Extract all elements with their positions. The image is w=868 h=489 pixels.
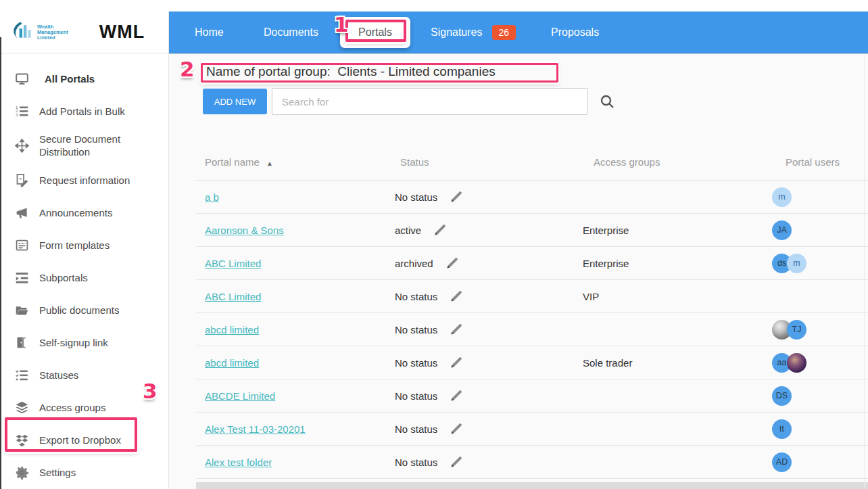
table-row: abcd limitedNo statusTJ: [196, 313, 868, 346]
sidebar-item-statuses[interactable]: Statuses: [0, 358, 168, 391]
edit-status-icon[interactable]: [433, 223, 447, 237]
status-cell: No status: [392, 190, 581, 204]
status-text: No status: [395, 357, 437, 369]
edit-status-icon[interactable]: [450, 190, 463, 204]
table-row: Alex test folderNo statusAD: [196, 446, 868, 479]
status-text: archived: [395, 258, 433, 269]
table-row: ABCDE LimitedNo statusDS: [196, 379, 868, 413]
document-edit-icon: [14, 172, 30, 188]
nav-item-label: Documents: [264, 26, 318, 39]
user-avatar[interactable]: AD: [772, 452, 792, 472]
user-avatar[interactable]: tt: [772, 419, 792, 439]
portal-name-link[interactable]: Alex test folder: [205, 457, 272, 468]
sidebar-item-announcements[interactable]: Announcements: [0, 196, 168, 229]
user-avatar[interactable]: JA: [772, 220, 792, 240]
sidebar-item-all-portals[interactable]: All Portals: [0, 62, 168, 95]
sidebar-item-label: All Portals: [39, 72, 95, 85]
sidebar-item-access-groups[interactable]: Access groups: [0, 391, 168, 423]
portal-name-link[interactable]: a b: [205, 191, 219, 203]
portal-name-link[interactable]: ABC Limited: [205, 291, 261, 302]
user-avatar[interactable]: m: [772, 187, 792, 207]
portal-name-cell: a b: [196, 191, 392, 203]
sidebar-item-settings[interactable]: Settings: [0, 456, 168, 488]
nav-item-signatures[interactable]: Signatures26: [431, 11, 516, 53]
dropbox-icon: [14, 432, 30, 448]
search-input[interactable]: [272, 88, 588, 115]
sidebar-item-add-portals-in-bulk[interactable]: 123Add Portals in Bulk: [0, 95, 168, 127]
sidebar-item-label: Request information: [39, 174, 130, 187]
wml-logo-icon: [11, 20, 33, 45]
edit-status-icon[interactable]: [445, 256, 459, 270]
add-new-button[interactable]: ADD NEW: [203, 89, 267, 114]
portal-name-link[interactable]: ABCDE Limited: [205, 390, 275, 402]
horizontal-scrollbar[interactable]: [196, 482, 868, 489]
status-cell: active: [392, 223, 581, 237]
portal-name-link[interactable]: ABC Limited: [205, 258, 261, 269]
column-header-status[interactable]: Status: [392, 156, 581, 168]
sidebar-item-secure-document-distribution[interactable]: Secure Document Distribution: [0, 127, 168, 164]
portal-users-cell: aa: [771, 353, 868, 373]
megaphone-icon: [14, 204, 30, 220]
portal-users-cell: TJ: [771, 320, 868, 340]
top-strip: [0, 0, 868, 11]
edit-status-icon[interactable]: [450, 422, 463, 436]
nav-item-proposals[interactable]: Proposals: [551, 11, 599, 53]
sidebar-item-label: Export to Dropbox: [39, 434, 121, 446]
nav-item-label: Home: [195, 26, 224, 39]
sidebar-item-self-signup-link[interactable]: Self-signup link: [0, 326, 168, 358]
portal-name-link[interactable]: Aaronson & Sons: [205, 225, 284, 236]
column-header-portal-name[interactable]: Portal name▲: [196, 156, 392, 168]
nav-item-portals[interactable]: Portals: [340, 17, 410, 48]
column-header-access-groups[interactable]: Access groups: [581, 156, 771, 168]
edit-status-icon[interactable]: [450, 289, 463, 303]
checklist-icon: [14, 367, 30, 383]
edit-status-icon[interactable]: [450, 389, 463, 402]
portal-name-cell: ABCDE Limited: [196, 390, 392, 402]
portal-name-cell: abcd limited: [196, 324, 392, 335]
sidebar-item-public-documents[interactable]: Public documents: [0, 294, 168, 326]
user-photo-avatar[interactable]: [787, 353, 806, 373]
user-avatar[interactable]: TJ: [787, 320, 806, 340]
portal-users-cell: DS: [771, 386, 868, 406]
portal-name-cell: abcd limited: [196, 357, 392, 369]
sidebar-item-form-templates[interactable]: Form templates: [0, 229, 168, 261]
edit-status-icon[interactable]: [450, 455, 463, 469]
column-header-portal-users[interactable]: Portal users: [771, 156, 868, 168]
nav-item-documents[interactable]: Documents: [264, 11, 318, 53]
status-cell: No status: [392, 289, 581, 303]
magnifier-icon[interactable]: [600, 94, 614, 109]
main-content: Name of portal group: Clients - Limited …: [169, 53, 868, 489]
sidebar-item-label: Secure Document Distribution: [39, 133, 159, 158]
table-row: ABC LimitedNo statusVIP: [196, 280, 868, 313]
table-body: a bNo statusmAaronson & SonsactiveEnterp…: [196, 181, 868, 479]
portal-name-link[interactable]: Alex Test 11-03-20201: [205, 423, 306, 435]
sidebar-item-label: Subportals: [39, 271, 88, 284]
signatures-count-badge: 26: [492, 25, 516, 40]
nav-item-home[interactable]: Home: [195, 11, 224, 53]
user-avatar[interactable]: DS: [772, 386, 792, 406]
sidebar: Wealth Management Limited WML All Portal…: [0, 11, 169, 489]
sidebar-item-label: Self-signup link: [39, 336, 108, 349]
status-cell: No status: [392, 323, 581, 336]
edit-status-icon[interactable]: [450, 323, 463, 336]
sidebar-item-subportals[interactable]: Subportals: [0, 261, 168, 294]
right-edge-divider: [864, 53, 865, 489]
user-avatar[interactable]: m: [787, 254, 806, 273]
status-text: No status: [395, 324, 437, 335]
portal-users-cell: dsm: [771, 254, 868, 273]
sort-ascending-icon: ▲: [266, 160, 273, 167]
sidebar-item-request-information[interactable]: Request information: [0, 164, 168, 196]
portal-users-cell: AD: [771, 452, 868, 472]
sidebar-item-export-to-dropbox[interactable]: Export to Dropbox: [0, 423, 168, 456]
monitor-icon: [14, 70, 30, 87]
portal-users-cell: tt: [771, 419, 868, 439]
status-text: No status: [395, 291, 437, 302]
portal-name-link[interactable]: abcd limited: [205, 357, 259, 369]
gear-icon: [14, 464, 30, 480]
portal-name-link[interactable]: abcd limited: [205, 324, 259, 335]
edit-status-icon[interactable]: [450, 356, 463, 369]
portal-name-cell: Aaronson & Sons: [196, 225, 392, 236]
status-text: No status: [395, 191, 437, 203]
logo[interactable]: Wealth Management Limited WML: [0, 11, 168, 53]
table-row: abcd limitedNo statusSole traderaa: [196, 346, 868, 379]
